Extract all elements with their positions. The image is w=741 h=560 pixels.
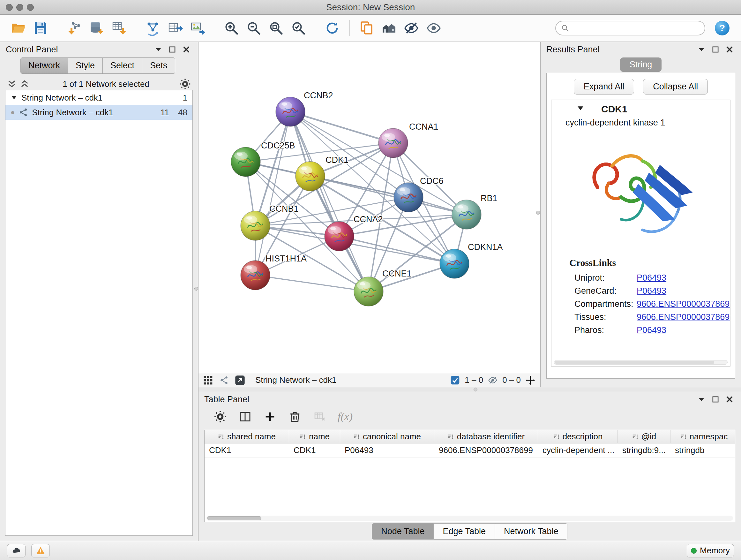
help-button[interactable]: ? <box>715 21 730 36</box>
horizontal-splitter[interactable] <box>199 387 741 392</box>
import-network-database-icon[interactable] <box>87 18 107 38</box>
expand-all-networks-icon[interactable] <box>7 79 17 89</box>
results-panel-splitter-handle[interactable] <box>536 211 540 214</box>
table-cell[interactable]: 9606.ENSP00000378699 <box>434 443 538 457</box>
network-node-CDKN1A[interactable] <box>440 249 469 278</box>
expander-icon[interactable] <box>10 94 17 101</box>
network-edge[interactable] <box>290 112 393 143</box>
network-node-HIST1H1A[interactable] <box>241 260 270 290</box>
column-header-name[interactable]: name <box>289 430 340 443</box>
tab-string[interactable]: String <box>620 57 662 72</box>
network-node-CCNA1[interactable] <box>379 128 408 158</box>
column-header--id[interactable]: @id <box>618 430 670 443</box>
crosslink-link[interactable]: 9606.ENSP00000378699 <box>636 312 731 322</box>
table-cell[interactable]: CDK1 <box>289 443 340 457</box>
open-session-icon[interactable] <box>8 18 28 38</box>
tab-node-table[interactable]: Node Table <box>372 523 434 540</box>
import-network-file-icon[interactable] <box>64 18 84 38</box>
window-close-button[interactable] <box>6 4 13 11</box>
tab-select[interactable]: Select <box>103 57 142 74</box>
cybrowser-icon[interactable] <box>379 18 399 38</box>
crosslink-link[interactable]: P06493 <box>636 286 666 296</box>
table-cell[interactable]: cyclin-dependent ... <box>538 443 618 457</box>
crosslink-link[interactable]: 9606.ENSP00000378699 <box>636 299 731 309</box>
results-menu-icon[interactable] <box>696 44 707 55</box>
tab-sets[interactable]: Sets <box>142 57 175 74</box>
grid-view-icon[interactable] <box>203 375 213 385</box>
column-header-description[interactable]: description <box>538 430 618 443</box>
selected-checkbox-icon[interactable] <box>450 375 460 385</box>
network-overview-icon[interactable] <box>219 375 229 385</box>
delete-column-trash-icon[interactable] <box>288 410 302 424</box>
tab-edge-table[interactable]: Edge Table <box>434 523 495 540</box>
cloud-button[interactable] <box>7 544 25 557</box>
crosslink-link[interactable]: P06493 <box>636 325 666 335</box>
pan-crosshair-icon[interactable] <box>525 375 536 385</box>
network-node-CDC25B[interactable] <box>231 147 260 177</box>
table-cell[interactable]: CDK1 <box>205 443 289 457</box>
table-horizontal-scrollbar[interactable] <box>206 516 733 521</box>
table-close-icon[interactable] <box>724 394 735 405</box>
hide-graphics-details-icon[interactable] <box>401 18 421 38</box>
network-canvas-svg[interactable]: CCNB2CCNA1CDC25BCDK1CDC6RB1CCNB1CCNA2CDK… <box>199 42 540 373</box>
detach-view-button[interactable] <box>235 375 245 385</box>
search-input[interactable] <box>572 23 699 33</box>
table-row[interactable]: CDK1CDK1P064939606.ENSP00000378699cyclin… <box>205 443 735 457</box>
network-edge[interactable] <box>290 112 368 292</box>
panel-float-icon[interactable] <box>166 44 178 55</box>
network-edge[interactable] <box>255 275 368 292</box>
tab-network[interactable]: Network <box>20 57 68 74</box>
memory-button[interactable]: Memory <box>687 544 734 557</box>
panel-menu-icon[interactable] <box>152 44 164 55</box>
network-edge[interactable] <box>339 236 455 264</box>
clone-network-icon[interactable] <box>143 18 163 38</box>
save-session-icon[interactable] <box>30 18 51 38</box>
export-table-icon[interactable] <box>165 18 185 38</box>
zoom-fit-icon[interactable] <box>266 18 286 38</box>
export-image-icon[interactable] <box>188 18 207 38</box>
section-expander-icon[interactable] <box>576 104 585 115</box>
table-menu-icon[interactable] <box>696 394 707 405</box>
window-minimize-button[interactable] <box>16 4 23 11</box>
copy-document-icon[interactable] <box>357 18 377 38</box>
zoom-selected-icon[interactable] <box>288 18 308 38</box>
results-horizontal-scrollbar[interactable] <box>554 360 728 365</box>
splitter-handle[interactable] <box>474 388 477 391</box>
gear-icon[interactable] <box>179 78 191 90</box>
table-cell[interactable]: stringdb:9... <box>618 443 670 457</box>
show-columns-icon[interactable] <box>238 410 252 424</box>
column-header-canonical-name[interactable]: canonical name <box>340 430 434 443</box>
hidden-eye-slash-icon[interactable] <box>488 375 498 385</box>
refresh-network-icon[interactable] <box>322 18 342 38</box>
network-node-CCNE1[interactable] <box>354 277 383 306</box>
results-close-icon[interactable] <box>724 44 735 55</box>
import-table-file-icon[interactable] <box>109 18 129 38</box>
network-node-CCNA2[interactable] <box>325 222 354 251</box>
network-node-CDK1[interactable] <box>295 162 325 191</box>
network-node-CDC6[interactable] <box>394 183 423 212</box>
table-cell[interactable]: P06493 <box>340 443 434 457</box>
zoom-in-icon[interactable] <box>221 18 241 38</box>
collapse-all-networks-icon[interactable] <box>20 79 29 89</box>
zoom-out-icon[interactable] <box>244 18 264 38</box>
network-collection-row[interactable]: String Network – cdk1 1 <box>5 90 192 105</box>
panel-close-icon[interactable] <box>181 44 192 55</box>
network-node-RB1[interactable] <box>452 200 481 229</box>
table-settings-gear-icon[interactable] <box>213 410 227 424</box>
search-box[interactable] <box>555 21 705 36</box>
tab-network-table[interactable]: Network Table <box>495 523 568 540</box>
window-zoom-button[interactable] <box>27 4 34 11</box>
network-row-selected[interactable]: ● String Network – cdk1 11 48 <box>5 105 192 120</box>
column-header-database-identifier[interactable]: database identifier <box>434 430 538 443</box>
warning-button[interactable] <box>31 544 50 557</box>
expand-all-button[interactable]: Expand All <box>574 79 634 95</box>
table-float-icon[interactable] <box>710 394 721 405</box>
scrollbar-thumb[interactable] <box>207 516 261 520</box>
network-node-CCNB2[interactable] <box>276 97 305 126</box>
collapse-all-button[interactable]: Collapse All <box>643 79 708 95</box>
column-header-namespac[interactable]: namespac <box>670 430 735 443</box>
results-float-icon[interactable] <box>710 44 721 55</box>
add-column-icon[interactable] <box>263 410 277 424</box>
show-graphics-details-icon[interactable] <box>424 18 444 38</box>
function-builder-icon[interactable]: f(x) <box>338 411 353 423</box>
